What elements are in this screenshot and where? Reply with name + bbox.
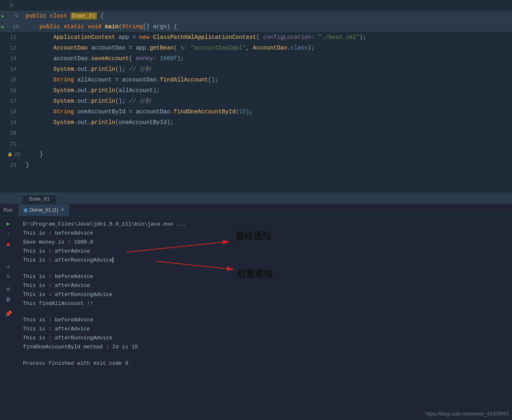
run-label: Run: (3, 207, 14, 213)
run-list-button[interactable]: ≡ (4, 273, 12, 281)
watermark: https://blog.csdn.net/weixin_43309893 (425, 411, 509, 417)
output-line-2: Save money is : 1000.0 (23, 237, 505, 246)
empty-line-1 (23, 264, 505, 272)
run-panel: Run: ▣ Dome_01 (1) ✕ ▶ ↑ ■ ↓ ↺ ≡ ⚙ 🗑 📌 D… (0, 204, 512, 420)
editor-tab-dome01[interactable]: Dome_01 (23, 194, 56, 204)
output-line-11: This is : afterRunningAdvice (23, 333, 505, 342)
empty-line-3 (23, 351, 505, 359)
run-arrow-9: ▶ (2, 14, 6, 19)
output-line-9: This is : beforeAdvice (23, 315, 505, 324)
code-line-18: String oneAccountById = accountDao.findO… (23, 106, 512, 117)
code-editor: 8 ▶ 9 ▶ ▿ 10 11 12 13 14 15 16 17 18 19 … (0, 0, 512, 192)
run-tab[interactable]: ▣ Dome_01 (1) ✕ (18, 204, 69, 216)
output-line-7: This is : afterRunningAdvice (23, 290, 505, 299)
output-line-8: This findAllAccount !! (23, 299, 505, 308)
fold-icon-10: ▿ (7, 24, 11, 29)
run-panel-header: Run: ▣ Dome_01 (1) ✕ (0, 204, 512, 216)
code-line-10: public static void main(String[] args) { (23, 21, 512, 32)
output-line-3: This is : afterAdvice (23, 246, 505, 255)
run-tab-icon: ▣ (23, 207, 28, 213)
run-output: D:\Program_Files\Java\jdk1.8.0_111\bin\j… (16, 216, 512, 420)
output-line-1: This is : beforeAdvice (23, 228, 505, 237)
code-line-22: } (23, 149, 512, 160)
code-line-16: System.out.println(allAccount); (23, 85, 512, 96)
run-pin-button[interactable]: 📌 (4, 309, 12, 318)
run-up-button[interactable]: ↑ (4, 230, 12, 238)
code-line-15: String allAccount = accountDao.findAllAc… (23, 75, 512, 85)
output-line-6: This is : afterAdvice (23, 281, 505, 290)
run-rerun-button[interactable]: ↺ (4, 262, 12, 270)
code-content: public class Dome_01 { public static voi… (23, 0, 512, 192)
output-line-4: This is : afterRunningAdvice (23, 255, 505, 264)
editor-tab-bar: Dome_01 (0, 192, 512, 204)
code-line-8 (23, 0, 512, 11)
run-stop-button[interactable]: ■ (4, 241, 12, 249)
code-line-13: accountDao.saveAccount( money: 1000f); (23, 53, 512, 64)
output-line-10: This is : afterAdvice (23, 324, 505, 333)
run-tab-close[interactable]: ✕ (61, 207, 64, 212)
fold-icon-22: 🔒 (7, 152, 11, 157)
output-line-12: findOneAccountById method : Id is 15 (23, 342, 505, 351)
code-line-23: } (23, 160, 512, 170)
code-line-20 (23, 128, 512, 138)
run-toolbar: ▶ ↑ ■ ↓ ↺ ≡ ⚙ 🗑 📌 (0, 216, 16, 420)
run-arrow-10: ▶ (2, 24, 6, 29)
run-play-button[interactable]: ▶ (4, 219, 12, 228)
code-line-17: System.out.println(); // 分割 (23, 96, 512, 106)
code-line-21 (23, 138, 512, 149)
code-line-11: ApplicationContext app = new ClassPathXm… (23, 32, 512, 43)
output-line-process: Process finished with exit code 0 (23, 359, 505, 368)
line-numbers: 8 ▶ 9 ▶ ▿ 10 11 12 13 14 15 16 17 18 19 … (0, 0, 23, 192)
code-line-14: System.out.println(); // 分割 (23, 64, 512, 75)
run-down-button[interactable]: ↓ (4, 251, 12, 260)
cursor (113, 257, 113, 263)
code-line-12: AccountDao accountDao = app.getBean( s: … (23, 43, 512, 53)
output-line-5: This is : beforeAdvice (23, 272, 505, 281)
code-line-19: System.out.println(oneAccountById); (23, 117, 512, 128)
output-line-path: D:\Program_Files\Java\jdk1.8.0_111\bin\j… (23, 219, 505, 228)
run-trash-button[interactable]: 🗑 (4, 296, 12, 304)
empty-line-2 (23, 308, 505, 315)
code-line-9: public class Dome_01 { (23, 11, 512, 21)
run-body: ▶ ↑ ■ ↓ ↺ ≡ ⚙ 🗑 📌 D:\Program_Files\Java\… (0, 216, 512, 420)
run-settings-button[interactable]: ⚙ (4, 285, 12, 293)
